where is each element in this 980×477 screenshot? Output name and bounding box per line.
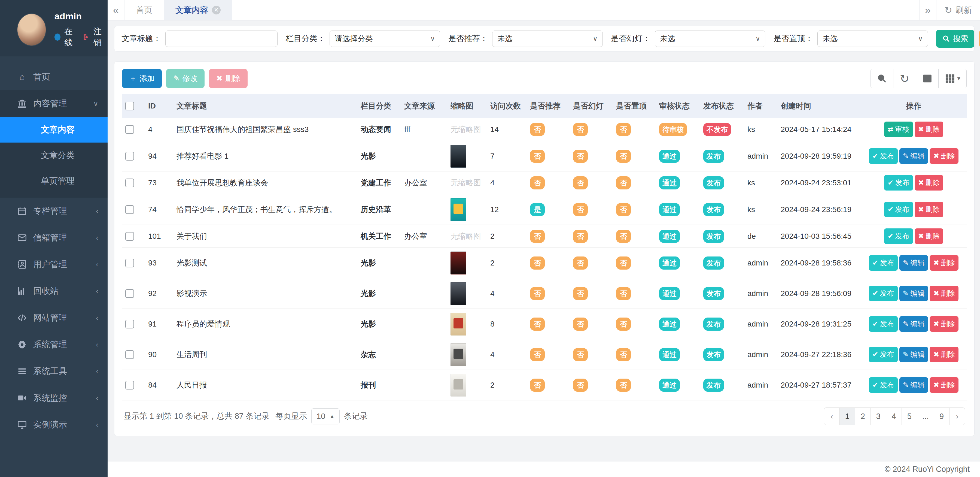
created-time: 2024-09-28 19:31:25	[777, 309, 861, 339]
table-toolbar: ＋ 添加 ✎ 修改 ✖ 删除 ↻	[122, 69, 967, 88]
created-time: 2024-09-28 19:58:36	[777, 248, 861, 278]
refresh-icon: ↻	[900, 72, 909, 85]
sidebar-item-mailbox-management[interactable]: 信箱管理‹	[0, 224, 108, 251]
page-size-select[interactable]: 10 ▲	[311, 408, 340, 424]
page-ellipsis-button[interactable]: ...	[917, 407, 934, 425]
row-checkbox[interactable]	[125, 205, 134, 214]
sidebar-item-column-management[interactable]: 专栏管理‹	[0, 198, 108, 224]
delete-button[interactable]: ✖删除	[915, 202, 943, 217]
logout-button[interactable]: 注销	[94, 26, 108, 48]
table-row: 91程序员的爱情观光影8否否否通过发布admin2024-09-28 19:31…	[122, 309, 967, 339]
publish-button[interactable]: ✔发布	[869, 347, 898, 362]
table-columns-button[interactable]: ▾	[938, 69, 967, 88]
page-button-3[interactable]: 3	[870, 407, 886, 425]
username: admin	[54, 11, 108, 22]
edit-button[interactable]: ✎编辑	[899, 255, 928, 271]
created-time: 2024-09-28 19:59:19	[777, 141, 861, 171]
publish-button[interactable]: ✔发布	[869, 377, 898, 393]
tab-home[interactable]: 首页	[124, 0, 164, 20]
edit-button[interactable]: ✎编辑	[899, 286, 928, 301]
row-checkbox[interactable]	[125, 125, 134, 134]
sidebar-item-home[interactable]: ⌂ 首页	[0, 64, 108, 90]
edit-button[interactable]: ✎编辑	[899, 148, 928, 164]
gear-icon	[17, 339, 27, 350]
refresh-tab-button[interactable]: ↻ 刷新	[936, 0, 980, 20]
article-title-input[interactable]	[165, 30, 278, 47]
row-checkbox[interactable]	[125, 381, 134, 389]
sidebar-item-article-content[interactable]: 文章内容	[0, 117, 108, 142]
avatar[interactable]	[17, 13, 46, 46]
publish-status-badge: 发布	[703, 317, 724, 331]
delete-button[interactable]: ✖删除	[930, 148, 958, 164]
edit-button[interactable]: ✎编辑	[899, 377, 928, 393]
sidebar-item-article-category[interactable]: 文章分类	[0, 142, 108, 168]
next-page-button[interactable]: ›	[949, 407, 965, 425]
prev-page-button[interactable]: ‹	[824, 407, 840, 425]
edit-button[interactable]: ✎ 修改	[166, 69, 205, 88]
category-select[interactable]: 请选择分类 ∨	[329, 30, 440, 47]
sidebar-item-system-tools[interactable]: 系统工具‹	[0, 358, 108, 384]
publish-button[interactable]: ✔发布	[884, 228, 913, 244]
row-checkbox[interactable]	[125, 258, 134, 267]
search-panel: 文章标题： 栏目分类： 请选择分类 ∨ 是否推荐： 未选 ∨ 是否幻灯：	[114, 26, 975, 51]
row-checkbox[interactable]	[125, 289, 134, 298]
table-row: 73我单位开展思想教育座谈会党建工作办公室无缩略图4否否否通过发布ks2024-…	[122, 171, 967, 195]
publish-button[interactable]: ✔发布	[884, 175, 913, 190]
x-icon: ✖	[933, 320, 939, 328]
delete-button[interactable]: ✖删除	[930, 286, 958, 301]
sidebar-item-system-management[interactable]: 系统管理‹	[0, 331, 108, 358]
publish-button[interactable]: ✔发布	[869, 255, 898, 271]
sidebar-item-content-management[interactable]: 内容管理∨	[0, 90, 108, 117]
select-all-checkbox[interactable]	[125, 102, 134, 110]
search-button[interactable]: 搜索	[936, 30, 974, 48]
sidebar-item-system-monitor[interactable]: 系统监控‹	[0, 384, 108, 411]
table-search-toggle-button[interactable]	[870, 69, 893, 88]
delete-button[interactable]: ✖删除	[930, 255, 958, 271]
home-icon: ⌂	[17, 72, 27, 82]
tabs-scroll-right-button[interactable]: »	[919, 0, 936, 20]
publish-button[interactable]: ✔发布	[869, 148, 898, 164]
edit-button[interactable]: ✎编辑	[899, 347, 928, 362]
row-checkbox[interactable]	[125, 152, 134, 161]
publish-status-badge: 发布	[703, 348, 724, 361]
row-checkbox[interactable]	[125, 179, 134, 187]
tab-close-icon[interactable]: ✕	[212, 6, 221, 14]
delete-button[interactable]: ✖删除	[930, 347, 958, 362]
slideshow-select[interactable]: 未选 ∨	[655, 30, 765, 47]
page-button-9[interactable]: 9	[934, 407, 950, 425]
pinned-select[interactable]: 未选 ∨	[818, 30, 928, 47]
delete-button[interactable]: ✖删除	[930, 316, 958, 332]
recommend-select[interactable]: 未选 ∨	[492, 30, 603, 47]
review-button[interactable]: ⇄审核	[884, 121, 913, 137]
check-icon: ✔	[872, 350, 878, 359]
table-detail-view-button[interactable]	[916, 69, 939, 88]
tab-article-content[interactable]: 文章内容 ✕	[164, 0, 232, 20]
delete-button[interactable]: ✖ 删除	[209, 69, 247, 88]
page-button-1[interactable]: 1	[840, 407, 855, 425]
row-checkbox[interactable]	[125, 232, 134, 241]
publish-button[interactable]: ✔发布	[884, 202, 913, 217]
sidebar-item-single-page-management[interactable]: 单页管理	[0, 168, 108, 194]
publish-button[interactable]: ✔发布	[869, 286, 898, 301]
article-source	[401, 195, 447, 225]
delete-button[interactable]: ✖删除	[930, 377, 958, 393]
pinned-badge: 否	[616, 317, 631, 331]
sidebar-item-demo-examples[interactable]: 实例演示‹	[0, 411, 108, 438]
row-checkbox[interactable]	[125, 350, 134, 359]
delete-button[interactable]: ✖删除	[915, 175, 943, 190]
search-icon	[877, 73, 887, 84]
add-button[interactable]: ＋ 添加	[122, 69, 162, 88]
sidebar-item-recycle-bin[interactable]: 回收站‹	[0, 278, 108, 305]
sidebar-item-website-management[interactable]: 网站管理‹	[0, 305, 108, 331]
row-checkbox[interactable]	[125, 320, 134, 329]
table-refresh-button[interactable]: ↻	[893, 69, 916, 88]
page-button-4[interactable]: 4	[886, 407, 902, 425]
page-button-2[interactable]: 2	[855, 407, 871, 425]
publish-button[interactable]: ✔发布	[869, 316, 898, 332]
delete-button[interactable]: ✖删除	[915, 121, 943, 137]
edit-button[interactable]: ✎编辑	[899, 316, 928, 332]
page-button-5[interactable]: 5	[902, 407, 917, 425]
delete-button[interactable]: ✖删除	[915, 228, 943, 244]
tabs-scroll-left-button[interactable]: «	[108, 0, 124, 20]
sidebar-item-user-management[interactable]: 用户管理‹	[0, 251, 108, 278]
